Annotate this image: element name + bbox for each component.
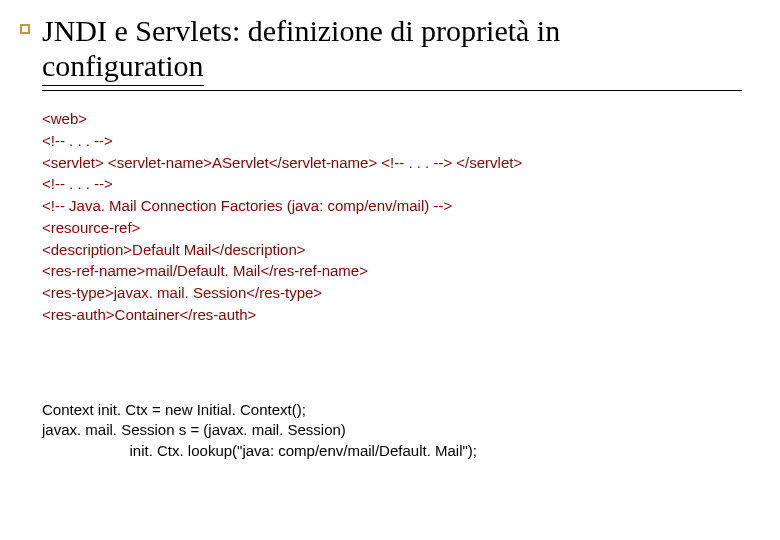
java-line: javax. mail. Session s = (javax. mail. S… <box>42 421 346 438</box>
java-line: init. Ctx. lookup("java: comp/env/mail/D… <box>42 442 477 459</box>
xml-code-block: <web> <!-- . . . --> <servlet> <servlet-… <box>42 108 752 326</box>
title-rule <box>42 90 742 91</box>
code-line: <description>Default Mail</description> <box>42 241 305 258</box>
code-line: <res-auth>Container</res-auth> <box>42 306 256 323</box>
code-line: <!-- . . . --> <box>42 132 113 149</box>
code-line: <res-type>javax. mail. Session</res-type… <box>42 284 322 301</box>
code-line: <resource-ref> <box>42 219 140 236</box>
java-code-block: Context init. Ctx = new Initial. Context… <box>42 400 752 461</box>
bullet-icon <box>20 24 30 34</box>
title-line-1: JNDI e Servlets: definizione di propriet… <box>42 14 560 47</box>
code-line: <!-- Java. Mail Connection Factories (ja… <box>42 197 452 214</box>
code-line: <res-ref-name>mail/Default. Mail</res-re… <box>42 262 368 279</box>
java-line: Context init. Ctx = new Initial. Context… <box>42 401 306 418</box>
slide-title: JNDI e Servlets: definizione di propriet… <box>42 14 742 86</box>
code-line: <web> <box>42 110 87 127</box>
code-line: <!-- . . . --> <box>42 175 113 192</box>
code-line: <servlet> <servlet-name>AServlet</servle… <box>42 154 522 171</box>
title-line-2: configuration <box>42 49 204 87</box>
slide: JNDI e Servlets: definizione di propriet… <box>0 0 780 540</box>
